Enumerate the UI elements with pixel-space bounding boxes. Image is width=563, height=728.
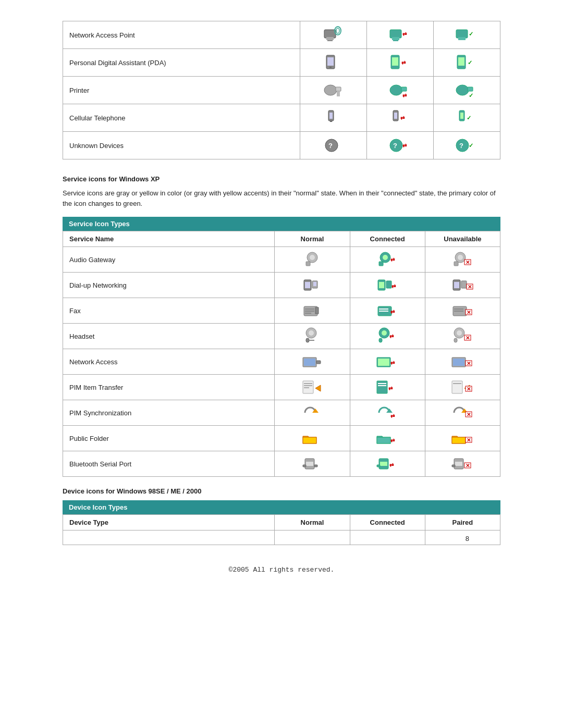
svg-rect-92 <box>379 338 382 342</box>
icon-connected: ⇄ <box>367 77 434 104</box>
col-connected: Connected <box>350 231 425 247</box>
icon-paired-empty <box>425 530 500 545</box>
svg-text:?: ? <box>328 142 333 150</box>
icon-normal <box>275 400 350 426</box>
svg-text:✕: ✕ <box>466 463 470 468</box>
device-icon-table: Device Type Normal Connected Paired <box>63 514 500 545</box>
svg-point-48 <box>310 255 315 260</box>
svg-text:?: ? <box>393 142 397 150</box>
svg-point-4 <box>336 28 339 33</box>
svg-rect-23 <box>337 91 340 96</box>
icon-connected: ⇄ <box>367 104 434 132</box>
svg-text:⇄: ⇄ <box>400 115 405 121</box>
icon-normal <box>300 104 367 132</box>
device-label: Cellular Telephone <box>63 104 300 132</box>
svg-rect-101 <box>316 361 321 364</box>
svg-rect-141 <box>377 465 380 467</box>
svg-rect-114 <box>377 381 387 393</box>
svg-rect-137 <box>303 465 306 467</box>
icon-unavailable: ✕ <box>425 298 500 324</box>
device-label: Personal Digital Assistant (PDA) <box>63 49 300 77</box>
svg-rect-145 <box>452 465 455 467</box>
svg-rect-96 <box>454 338 457 342</box>
table-row: Dial-up Networking ⇄ <box>63 273 500 298</box>
icon-paired: ✓ <box>433 104 500 132</box>
icon-unavailable: ✕ <box>425 247 500 273</box>
svg-text:⇄: ⇄ <box>389 462 394 468</box>
svg-rect-78 <box>379 309 388 310</box>
icon-connected: ⇄ <box>350 349 425 375</box>
col-service-name: Service Name <box>63 231 275 247</box>
svg-text:⇄: ⇄ <box>391 283 396 289</box>
service-name: Dial-up Networking <box>63 273 275 298</box>
table-header-row: Device Type Normal Connected Paired <box>63 515 500 530</box>
svg-rect-62 <box>313 282 316 286</box>
svg-rect-49 <box>306 262 310 266</box>
icon-unavailable: ✕ <box>425 273 500 298</box>
svg-text:✓: ✓ <box>467 115 471 121</box>
icon-unavailable: ✕ <box>425 426 500 451</box>
device-type-empty <box>63 530 275 545</box>
table-row: Network Access Point ⇄ <box>63 21 500 49</box>
svg-text:✕: ✕ <box>466 260 470 265</box>
svg-rect-34 <box>394 113 397 119</box>
svg-point-55 <box>458 255 463 260</box>
table-row: Personal Digital Assistant (PDA) ⇄ <box>63 49 500 77</box>
svg-point-95 <box>457 330 462 336</box>
col-paired: Paired <box>425 515 500 530</box>
svg-rect-0 <box>324 30 336 38</box>
svg-rect-65 <box>386 281 391 288</box>
svg-rect-9 <box>456 30 468 38</box>
svg-rect-28 <box>468 87 473 91</box>
icon-normal <box>275 451 350 477</box>
service-name: PIM Synchronization <box>63 400 275 426</box>
svg-rect-22 <box>336 87 341 91</box>
service-icon-types-header: Service Icon Types <box>63 217 500 231</box>
icon-connected: ⇄ <box>350 324 425 349</box>
svg-text:⇄: ⇄ <box>402 93 407 98</box>
table-row: Headset ⇄ <box>63 324 500 349</box>
device-icons-heading: Device icons for Windows 98SE / ME / 200… <box>63 487 500 495</box>
page-number: 8 <box>466 535 469 542</box>
svg-rect-144 <box>455 462 462 466</box>
svg-rect-32 <box>330 121 332 122</box>
svg-text:✕: ✕ <box>467 310 471 315</box>
svg-text:⇄: ⇄ <box>390 360 395 366</box>
table-row: Fax ⇄ <box>63 298 500 324</box>
icon-connected: ⇄ <box>367 21 434 49</box>
icon-connected: ⇄ <box>350 247 425 273</box>
icon-connected: ⇄ <box>350 451 425 477</box>
svg-rect-76 <box>315 307 319 314</box>
svg-rect-37 <box>460 113 463 119</box>
svg-text:⇄: ⇄ <box>390 413 395 419</box>
icon-normal <box>275 247 350 273</box>
table-row: Audio Gateway ⇄ <box>63 247 500 273</box>
svg-text:✕: ✕ <box>467 386 471 392</box>
icon-normal <box>275 324 350 349</box>
svg-text:✓: ✓ <box>469 142 473 149</box>
svg-text:✕: ✕ <box>467 412 471 417</box>
icon-normal <box>275 375 350 400</box>
svg-point-91 <box>382 330 387 336</box>
table-row: Cellular Telephone ⇄ ✓ <box>63 104 500 132</box>
svg-rect-69 <box>461 281 467 288</box>
icon-unavailable: ✕ <box>425 451 500 477</box>
icon-unavailable: ✕ <box>425 400 500 426</box>
icon-connected: ⇄ <box>350 375 425 400</box>
icon-connected: ? ⇄ <box>367 132 434 159</box>
icon-normal <box>275 298 350 324</box>
svg-point-24 <box>390 85 402 95</box>
icon-normal <box>275 426 350 451</box>
svg-rect-10 <box>458 37 466 40</box>
icon-normal <box>300 49 367 77</box>
svg-rect-103 <box>378 359 389 366</box>
svg-rect-138 <box>314 465 317 467</box>
col-normal: Normal <box>275 515 350 530</box>
svg-marker-113 <box>315 385 321 391</box>
svg-text:✕: ✕ <box>466 335 470 341</box>
svg-text:⇄: ⇄ <box>389 334 394 339</box>
device-icon-types-header: Device Icon Types <box>63 500 500 514</box>
col-connected: Connected <box>350 515 425 530</box>
svg-rect-119 <box>453 383 461 384</box>
svg-rect-74 <box>305 311 314 312</box>
